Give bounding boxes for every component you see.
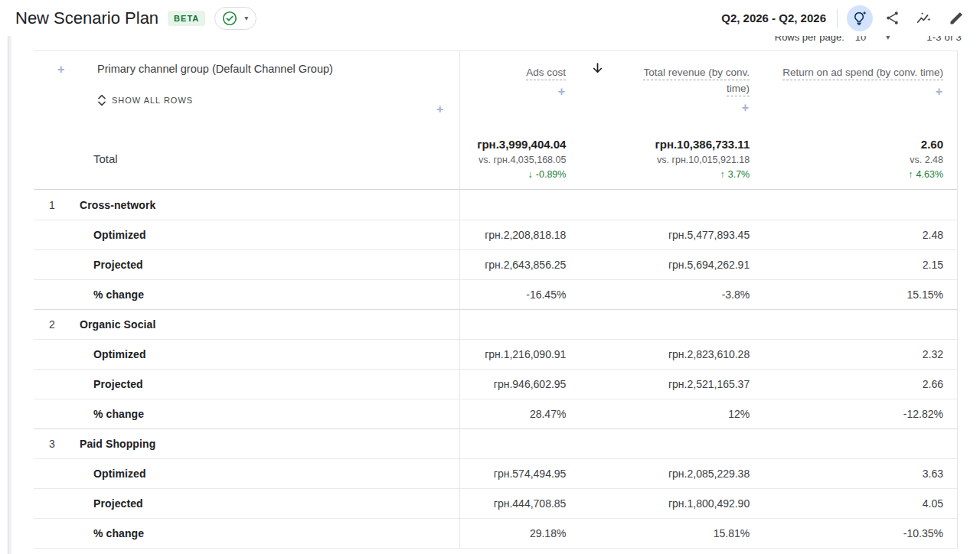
- change-arrow-icon: ↓: [528, 169, 533, 180]
- metric-cell: грн.5,477,893.45: [577, 229, 761, 241]
- insights-trend-icon: [916, 10, 933, 27]
- sort-descending-icon[interactable]: [590, 61, 605, 79]
- show-all-rows-button[interactable]: SHOW ALL ROWS: [97, 94, 193, 106]
- check-circle-icon: [221, 10, 238, 27]
- metric-cell: грн.2,643,856.25: [459, 259, 578, 271]
- channel-group-row: 2 Organic Social: [34, 309, 957, 339]
- view-insights-button[interactable]: [911, 5, 937, 31]
- metric-cell: 29.18%: [459, 527, 578, 539]
- total-cell-roas: 2.60 vs. 2.48 ↑4.63%: [761, 128, 957, 189]
- row-label: Projected: [93, 259, 143, 271]
- scenario-data-row: % change -16.45% -3.8% 15.15%: [34, 279, 957, 309]
- beta-badge: BETA: [168, 11, 205, 26]
- header-divider: [837, 9, 838, 28]
- total-row: Total грн.3,999,404.04 vs. грн.4,035,168…: [34, 128, 957, 190]
- row-label: % change: [93, 288, 144, 301]
- table-header: + Primary channel group (Default Channel…: [34, 51, 957, 128]
- metric-cell: -3.8%: [577, 288, 761, 301]
- total-label: Total: [93, 152, 118, 165]
- scenario-table: + Primary channel group (Default Channel…: [34, 51, 958, 549]
- column-header-roas[interactable]: Return on ad spend (by conv. time): [782, 64, 943, 80]
- scenario-data-row: Optimized грн.2,208,818.18 грн.5,477,893…: [34, 220, 957, 249]
- column-header-total-revenue[interactable]: Total revenue (by conv. time): [618, 64, 750, 96]
- metric-cell: грн.2,823,610.28: [577, 348, 761, 360]
- row-label: Optimized: [93, 229, 146, 241]
- show-all-rows-label: SHOW ALL ROWS: [112, 96, 193, 105]
- group-name: Cross-network: [80, 199, 155, 211]
- channel-group-row: 1 Cross-network: [34, 190, 957, 220]
- scenario-data-row: Optimized грн.574,494.95 грн.2,085,229.3…: [34, 458, 957, 488]
- left-scrollbar[interactable]: [8, 31, 11, 554]
- group-index: 2: [34, 318, 80, 331]
- row-label: Projected: [93, 497, 143, 510]
- scenario-data-row: % change 29.18% 15.81% -10.35%: [34, 518, 957, 548]
- metric-cell: 3.63: [761, 468, 957, 480]
- scenario-data-row: % change 28.47% 12% -12.82%: [34, 399, 957, 429]
- column-header-ads-cost[interactable]: Ads cost: [526, 64, 566, 80]
- lightbulb-sparkle-icon: [851, 10, 868, 27]
- metric-cell: грн.946,602.95: [459, 378, 578, 390]
- metric-cell: 12%: [577, 408, 761, 420]
- metric-cell: грн.1,800,492.90: [577, 497, 761, 510]
- chevron-down-icon: ▾: [244, 14, 248, 22]
- scenario-data-row: Projected грн.946,602.95 грн.2,521,165.3…: [34, 369, 957, 399]
- metric-cell: грн.574,494.95: [459, 468, 578, 480]
- share-icon: [884, 10, 900, 26]
- total-cell-revenue: грн.10,386,733.11 vs. грн.10,015,921.18 …: [577, 128, 761, 189]
- scenario-data-row: Projected грн.444,708.85 грн.1,800,492.9…: [34, 488, 957, 518]
- metric-cell: 2.32: [761, 348, 957, 360]
- change-arrow-icon: ↑: [720, 169, 724, 180]
- metric-cell: грн.444,708.85: [459, 497, 578, 510]
- metric-cell: -12.82%: [761, 408, 957, 420]
- row-label: Optimized: [93, 468, 146, 480]
- table-body: 1 Cross-network Optimized грн.2,208,818.…: [34, 190, 957, 549]
- dimension-header: Primary channel group (Default Channel G…: [97, 63, 426, 75]
- metric-cell: 28.47%: [459, 408, 578, 420]
- metric-cell: грн.2,208,818.18: [459, 229, 578, 241]
- metric-cell: 4.05: [761, 497, 957, 510]
- add-row-icon[interactable]: +: [436, 103, 443, 116]
- total-cell-ads-cost: грн.3,999,404.04 vs. грн.4,035,168.05 ↓-…: [459, 128, 578, 189]
- share-button[interactable]: [879, 5, 905, 31]
- group-index: 3: [34, 438, 80, 450]
- app-header: New Scenario Plan BETA ▾ Q2, 2026 - Q2, …: [0, 0, 980, 36]
- row-label: % change: [93, 408, 144, 420]
- group-name: Organic Social: [80, 318, 155, 331]
- change-arrow-icon: ↑: [908, 169, 913, 180]
- page-title: New Scenario Plan: [15, 8, 158, 28]
- add-metric-icon[interactable]: +: [936, 86, 942, 98]
- metric-cell: 15.15%: [761, 288, 957, 301]
- pencil-icon: [949, 11, 964, 26]
- unfold-more-icon: [97, 94, 106, 106]
- metric-cell: 15.81%: [577, 527, 761, 539]
- add-metric-icon[interactable]: +: [742, 102, 749, 114]
- row-label: Optimized: [93, 348, 146, 360]
- plan-status-dropdown[interactable]: ▾: [214, 7, 256, 30]
- metric-cell: грн.2,521,165.37: [577, 378, 761, 390]
- group-name: Paid Shopping: [80, 438, 155, 450]
- metric-cell: -16.45%: [459, 288, 578, 301]
- add-metric-icon[interactable]: +: [558, 86, 565, 98]
- row-label: Projected: [93, 378, 143, 390]
- scenario-data-row: Projected грн.2,643,856.25 грн.5,694,262…: [34, 249, 957, 279]
- date-range: Q2, 2026 - Q2, 2026: [721, 11, 826, 24]
- group-index: 1: [34, 199, 80, 211]
- edit-button[interactable]: [943, 5, 969, 31]
- insights-button[interactable]: [847, 5, 873, 31]
- metric-cell: грн.2,085,229.38: [577, 468, 761, 480]
- metric-cell: грн.5,694,262.91: [577, 259, 761, 271]
- metric-cell: -10.35%: [761, 527, 957, 539]
- scenario-data-row: Optimized грн.1,216,090.91 грн.2,823,610…: [34, 339, 957, 369]
- metric-cell: 2.48: [761, 229, 957, 241]
- channel-group-row: 3 Paid Shopping: [34, 429, 957, 458]
- scenario-plan-page: Rows per page: 10 ▾ 1-3 of 3 New Scenari…: [0, 0, 980, 554]
- metric-cell: 2.66: [761, 378, 957, 390]
- add-dimension-icon[interactable]: +: [57, 64, 64, 76]
- metric-cell: грн.1,216,090.91: [459, 348, 578, 360]
- metric-cell: 2.15: [761, 259, 957, 271]
- row-label: % change: [93, 527, 144, 539]
